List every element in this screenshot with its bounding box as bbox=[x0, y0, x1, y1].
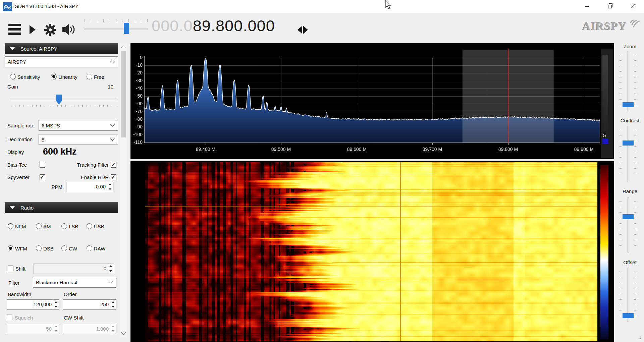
source-panel-header[interactable]: Source: AIRSPY bbox=[5, 43, 118, 54]
gear-icon[interactable] bbox=[44, 23, 57, 36]
tracking-filter-checkbox[interactable] bbox=[111, 162, 116, 168]
offset-slider-thumb[interactable] bbox=[623, 313, 634, 318]
spinner[interactable] bbox=[108, 264, 114, 274]
spin-up-icon bbox=[110, 324, 116, 329]
order-value: 250 bbox=[63, 300, 110, 309]
ppm-input[interactable]: 0.00 bbox=[66, 182, 113, 192]
sensitivity-radio[interactable] bbox=[10, 74, 16, 79]
step-right-icon[interactable] bbox=[303, 26, 308, 34]
sidebar-scrollbar-thumb[interactable] bbox=[121, 51, 126, 137]
free-radio[interactable] bbox=[87, 74, 92, 79]
airspy-logo-waves-icon bbox=[628, 13, 643, 28]
minimize-icon bbox=[585, 6, 589, 7]
zoom-slider-label: Zoom bbox=[616, 44, 644, 49]
volume-slider-ticks bbox=[85, 19, 148, 22]
spin-down-icon[interactable] bbox=[108, 269, 114, 274]
collapse-icon[interactable] bbox=[10, 206, 15, 209]
decimation-select[interactable]: 8 bbox=[39, 134, 118, 145]
bias-tee-label: Bias-Tee bbox=[7, 162, 27, 168]
frequency-display[interactable]: 000.089.800.000 bbox=[152, 16, 275, 35]
chevron-down-icon bbox=[109, 279, 113, 284]
minimize-button[interactable] bbox=[576, 0, 598, 13]
window-title: SDR# v1.0.0.1583 - AIRSPY bbox=[15, 3, 78, 9]
usb-radio[interactable] bbox=[87, 223, 92, 229]
filter-select[interactable]: Blackman-Harris 4 bbox=[33, 277, 116, 288]
spin-down-icon bbox=[53, 329, 59, 334]
restore-button[interactable] bbox=[598, 0, 621, 13]
nfm-radio[interactable] bbox=[8, 223, 13, 229]
sample-rate-select[interactable]: 6 MSPS bbox=[39, 120, 118, 131]
cw-shift-value: 1,000 bbox=[63, 324, 110, 334]
spin-down-icon[interactable] bbox=[53, 305, 59, 310]
spin-up-icon[interactable] bbox=[110, 300, 116, 305]
usb-label: USB bbox=[94, 224, 104, 229]
spyverter-checkbox[interactable] bbox=[40, 174, 45, 180]
cw-label: CW bbox=[69, 246, 77, 251]
am-label: AM bbox=[43, 224, 51, 229]
range-slider-track[interactable] bbox=[627, 197, 629, 253]
bandwidth-input[interactable]: 120,000 bbox=[7, 299, 59, 310]
resize-grip[interactable] bbox=[637, 335, 642, 340]
collapse-icon[interactable] bbox=[10, 47, 15, 50]
squelch-checkbox[interactable] bbox=[7, 315, 12, 320]
contrast-slider-thumb[interactable] bbox=[623, 140, 634, 146]
spin-up-icon bbox=[53, 324, 59, 329]
am-radio[interactable] bbox=[36, 223, 42, 229]
raw-radio[interactable] bbox=[87, 245, 92, 251]
cw-shift-label: CW Shift bbox=[64, 315, 84, 321]
spin-up-icon[interactable] bbox=[53, 300, 59, 305]
spin-up-icon[interactable] bbox=[107, 182, 113, 187]
spinner[interactable] bbox=[107, 182, 113, 192]
filter-value: Blackman-Harris 4 bbox=[36, 280, 77, 285]
volume-slider-track[interactable] bbox=[84, 28, 148, 30]
device-select-value: AIRSPY bbox=[8, 59, 26, 65]
step-left-icon[interactable] bbox=[298, 26, 302, 34]
play-icon[interactable] bbox=[30, 25, 36, 34]
gain-slider-thumb[interactable] bbox=[56, 95, 62, 105]
spinner bbox=[110, 324, 116, 334]
sensitivity-label: Sensitivity bbox=[17, 74, 40, 80]
close-icon bbox=[630, 4, 635, 9]
waterfall-display[interactable] bbox=[130, 161, 614, 342]
linearity-radio[interactable] bbox=[51, 74, 57, 79]
contrast-slider-track[interactable] bbox=[627, 126, 629, 182]
order-input[interactable]: 250 bbox=[63, 299, 116, 310]
cw-radio[interactable] bbox=[61, 245, 67, 251]
frequency-step-arrows[interactable] bbox=[298, 26, 308, 34]
spin-up-icon[interactable] bbox=[108, 264, 114, 269]
squelch-label: Squelch bbox=[15, 315, 33, 321]
shift-label: Shift bbox=[15, 266, 25, 272]
zoom-slider-thumb[interactable] bbox=[623, 102, 634, 107]
spectrum-display[interactable] bbox=[130, 43, 614, 159]
wfm-radio[interactable] bbox=[8, 245, 13, 251]
speaker-icon[interactable] bbox=[62, 24, 76, 35]
sample-rate-label: Sample rate bbox=[7, 123, 35, 128]
volume-slider-thumb[interactable] bbox=[124, 23, 129, 34]
hamburger-menu-icon[interactable] bbox=[8, 24, 21, 35]
shift-value: 0 bbox=[34, 264, 108, 274]
spin-down-icon[interactable] bbox=[107, 187, 113, 192]
shift-checkbox[interactable] bbox=[8, 266, 13, 271]
app-icon bbox=[3, 2, 12, 11]
range-slider-thumb[interactable] bbox=[623, 214, 634, 219]
range-slider-ticks bbox=[620, 201, 622, 248]
dsb-radio[interactable] bbox=[36, 245, 42, 251]
offset-slider-ticks bbox=[634, 272, 636, 317]
bias-tee-checkbox[interactable] bbox=[40, 162, 45, 168]
display-label: Display bbox=[7, 149, 24, 155]
spinner[interactable] bbox=[110, 300, 116, 309]
device-select[interactable]: AIRSPY bbox=[5, 56, 118, 67]
spinner[interactable] bbox=[53, 300, 59, 309]
frequency-dim-digits: 000.0 bbox=[152, 17, 193, 35]
title-bar: SDR# v1.0.0.1583 - AIRSPY bbox=[0, 0, 644, 13]
shift-input[interactable]: 0 bbox=[34, 264, 114, 274]
radio-panel-header[interactable]: Radio bbox=[5, 202, 118, 213]
spin-down-icon[interactable] bbox=[110, 305, 116, 310]
gain-slider-track[interactable] bbox=[10, 99, 117, 100]
close-button[interactable] bbox=[621, 0, 644, 13]
enable-hdr-checkbox[interactable] bbox=[111, 174, 116, 180]
radio-panel-title: Radio bbox=[20, 205, 34, 211]
lsb-radio[interactable] bbox=[61, 223, 67, 229]
enable-hdr-label: Enable HDR bbox=[67, 174, 109, 180]
nfm-label: NFM bbox=[15, 224, 26, 229]
